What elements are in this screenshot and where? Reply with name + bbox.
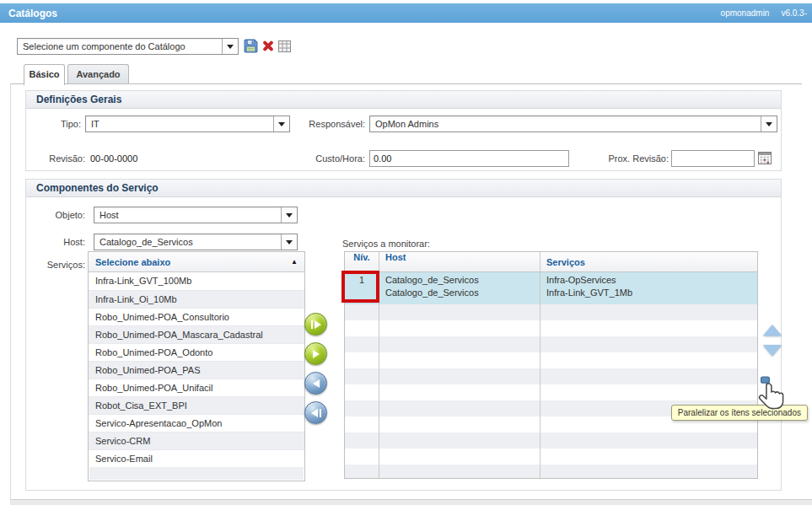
- page-title: Catálogos: [8, 8, 57, 19]
- monitor-table-empty-row: [345, 432, 757, 449]
- table-copy-icon[interactable]: [278, 40, 291, 56]
- tooltip: Paralelizar os ítens selecionados: [671, 405, 808, 421]
- service-list-item[interactable]: Servico-CRM: [89, 432, 304, 449]
- chevron-down-icon[interactable]: [761, 116, 777, 132]
- servicos-cell: Infra-OpServicesInfra-Link_GVT_1Mb: [540, 272, 757, 304]
- calendar-icon[interactable]: [758, 152, 772, 168]
- page-border: [10, 83, 11, 499]
- tipo-select[interactable]: IT: [85, 116, 290, 132]
- service-list-item[interactable]: Servico-Email: [89, 449, 304, 467]
- service-list-item[interactable]: Robo_Unimed-POA_Consultorio: [89, 308, 304, 325]
- monitor-table-empty-row: [345, 449, 757, 465]
- service-list-item[interactable]: Robo_Unimed-POA_Odonto: [89, 343, 304, 361]
- monitor-table-empty-row: [345, 352, 757, 368]
- tab-basico[interactable]: Básico: [24, 64, 65, 85]
- service-list-item[interactable]: Robo_Unimed-POA_Mascara_Cadastral: [89, 325, 304, 343]
- service-list-item[interactable]: Robo_Unimed-POA_PAS: [89, 361, 304, 379]
- move-left-button[interactable]: [304, 372, 327, 395]
- monitor-table-empty-row: [345, 384, 757, 400]
- service-list-item[interactable]: Robo_Unimed-POA_Unifacil: [89, 379, 304, 396]
- move-down-icon[interactable]: [763, 345, 782, 356]
- left-arrow-icon: [311, 409, 318, 417]
- tab-divider: [10, 83, 802, 84]
- host-cell: Catalogo_de_ServicosCatalogo_de_Servicos: [379, 272, 540, 304]
- column-niv[interactable]: Nív.: [345, 252, 379, 271]
- catalog-component-select-value: Selecione um componente do Catálogo: [18, 39, 222, 54]
- monitor-table-empty-row: [345, 304, 757, 320]
- revisao-label: Revisão:: [33, 153, 85, 164]
- service-list-header-label: Selecione abaixo: [95, 257, 170, 267]
- monitor-table-empty-row: [345, 336, 757, 352]
- move-all-right-icon: [311, 320, 313, 329]
- app-version: v6.0.3-: [781, 8, 807, 18]
- right-arrow-icon: [313, 350, 320, 358]
- chevron-down-icon[interactable]: [281, 207, 297, 223]
- servicos-label: Serviços:: [33, 260, 85, 270]
- prox-revisao-label: Prox. Revisão:: [606, 153, 669, 164]
- host-select-value: Catalogo_de_Servicos: [94, 234, 281, 250]
- page-footer: [10, 499, 812, 505]
- column-host[interactable]: Host: [379, 252, 540, 271]
- objeto-select[interactable]: Host: [94, 207, 298, 223]
- right-arrow-icon: [315, 320, 321, 329]
- left-arrow-icon: [313, 379, 320, 388]
- host-label: Host:: [33, 237, 85, 247]
- general-settings-section: Definições Gerais Tipo: IT Responsável: …: [25, 90, 782, 171]
- tab-avancado[interactable]: Avançado: [67, 64, 129, 84]
- general-settings-header: Definições Gerais: [26, 91, 781, 109]
- delete-icon[interactable]: [261, 40, 274, 52]
- service-list: Selecione abaixo ▲ Infra-Link_GVT_100MbI…: [88, 251, 305, 481]
- tipo-label: Tipo:: [26, 119, 81, 129]
- tab-basico-label: Básico: [29, 69, 59, 79]
- prox-revisao-field[interactable]: [671, 150, 755, 167]
- catalog-page: Catálogos opmonadmin v6.0.3- Selecione u…: [0, 0, 812, 505]
- monitor-table-label: Serviços a monitorar:: [342, 239, 430, 249]
- move-up-icon[interactable]: [763, 325, 782, 336]
- custo-hora-label: Custo/Hora:: [304, 153, 365, 164]
- service-list-item[interactable]: Robot_Cisa_EXT_BPI: [89, 396, 304, 414]
- move-all-left-icon: [320, 409, 321, 417]
- service-list-footer: [89, 467, 304, 480]
- revisao-value: 00-00-0000: [90, 153, 137, 164]
- move-right-button[interactable]: [304, 342, 327, 365]
- responsavel-select[interactable]: OpMon Admins: [369, 116, 777, 132]
- monitor-table-empty-row: [345, 465, 757, 479]
- move-all-right-button[interactable]: [304, 313, 327, 336]
- monitor-table-body: 1Catalogo_de_ServicosCatalogo_de_Servico…: [345, 272, 757, 479]
- column-servicos[interactable]: Serviços: [540, 257, 757, 267]
- tipo-select-value: IT: [86, 116, 273, 132]
- custo-hora-field[interactable]: [369, 150, 569, 167]
- host-select[interactable]: Catalogo_de_Servicos: [94, 234, 298, 250]
- objeto-select-value: Host: [94, 207, 281, 223]
- service-list-item[interactable]: Servico-Apresentacao_OpMon: [89, 414, 304, 432]
- chevron-down-icon[interactable]: [281, 234, 297, 250]
- tab-avancado-label: Avançado: [76, 69, 120, 79]
- save-icon[interactable]: [244, 39, 258, 56]
- responsavel-select-value: OpMon Admins: [370, 116, 761, 132]
- annotation-highlight-box: [341, 271, 379, 303]
- service-list-item[interactable]: Infra-Link_Oi_10Mb: [89, 290, 304, 308]
- service-components-section: Componentes do Serviço Objeto: Host Host…: [25, 179, 782, 491]
- objeto-label: Objeto:: [33, 210, 85, 220]
- service-list-item[interactable]: Infra-Link_GVT_100Mb: [89, 272, 304, 290]
- monitor-table-empty-row: [345, 320, 757, 336]
- title-bar: Catálogos opmonadmin v6.0.3-: [0, 3, 812, 23]
- sort-asc-icon[interactable]: ▲: [291, 258, 298, 266]
- service-list-header[interactable]: Selecione abaixo ▲: [89, 252, 304, 272]
- logged-user: opmonadmin: [721, 8, 770, 18]
- chevron-down-icon[interactable]: [273, 116, 289, 132]
- monitor-table: Nív. Host Serviços 1Catalogo_de_Servicos…: [344, 251, 758, 479]
- hand-cursor-icon: [757, 376, 786, 418]
- monitor-table-empty-row: [345, 368, 757, 384]
- move-all-left-button[interactable]: [304, 401, 327, 424]
- monitor-table-row[interactable]: 1Catalogo_de_ServicosCatalogo_de_Servico…: [345, 272, 757, 304]
- responsavel-label: Responsável:: [304, 119, 365, 129]
- service-components-header: Componentes do Serviço: [26, 180, 781, 197]
- chevron-down-icon[interactable]: [222, 39, 238, 54]
- catalog-component-select[interactable]: Selecione um componente do Catálogo: [17, 38, 239, 55]
- service-list-items: Infra-Link_GVT_100MbInfra-Link_Oi_10MbRo…: [89, 272, 304, 467]
- monitor-table-header: Nív. Host Serviços: [345, 252, 757, 272]
